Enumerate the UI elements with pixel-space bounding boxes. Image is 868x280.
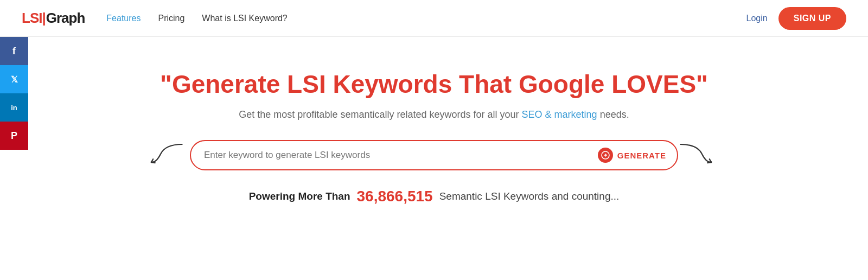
logo[interactable]: LSI | Graph (22, 10, 85, 27)
logo-graph: Graph (46, 10, 85, 27)
search-box: GENERATE (190, 140, 678, 170)
arrow-left-decoration (146, 142, 190, 169)
signup-button[interactable]: SIGN UP (778, 7, 846, 30)
logo-lsi: LSI (22, 10, 42, 27)
stats-row: Powering More Than 36,866,515 Semantic L… (249, 188, 620, 205)
generate-icon (598, 148, 613, 163)
stats-prefix: Powering More Than (249, 190, 350, 202)
nav-right: Login SIGN UP (746, 7, 846, 30)
main-content: "Generate LSI Keywords That Google LOVES… (0, 37, 868, 205)
subheadline-prefix: Get the most profitable semantically rel… (239, 109, 519, 120)
search-area: GENERATE (190, 140, 678, 170)
keyword-input[interactable] (204, 144, 591, 166)
generate-label: GENERATE (617, 151, 666, 160)
nav-pricing[interactable]: Pricing (158, 14, 184, 23)
stats-suffix: Semantic LSI Keywords and counting... (439, 190, 620, 202)
subheadline-suffix-text: needs. (600, 109, 629, 120)
nav-what-is-lsi[interactable]: What is LSI Keyword? (202, 14, 287, 23)
arrow-right-decoration (678, 142, 722, 169)
login-link[interactable]: Login (746, 14, 768, 23)
subheadline-seo-text: SEO & marketing (522, 109, 597, 120)
nav-links: Features Pricing What is LSI Keyword? (106, 14, 746, 23)
navbar: LSI | Graph Features Pricing What is LSI… (0, 0, 868, 37)
generate-button[interactable]: GENERATE (591, 143, 673, 167)
nav-features[interactable]: Features (106, 14, 141, 23)
stats-number: 36,866,515 (357, 188, 433, 205)
hero-subheadline: Get the most profitable semantically rel… (239, 109, 629, 120)
hero-headline: "Generate LSI Keywords That Google LOVES… (160, 69, 708, 99)
